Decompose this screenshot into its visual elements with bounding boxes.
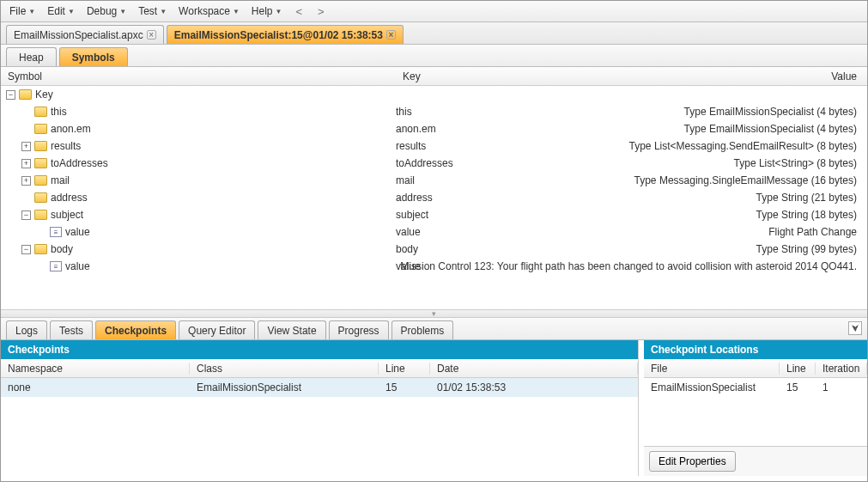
cell-class: EmailMissionSpecialist [190, 381, 379, 394]
folder-icon [34, 192, 47, 203]
menu-debug[interactable]: Debug▼ [82, 5, 131, 17]
symbols-tree[interactable]: −KeythisthisType EmailMissionSpecialist … [1, 86, 867, 309]
edit-button-row: Edit Properties [644, 446, 867, 476]
split-handle[interactable]: ▾ [1, 309, 867, 318]
nav-forward[interactable]: > [311, 5, 331, 18]
subtab-heap[interactable]: Heap [6, 47, 57, 66]
value-cell: Type EmailMissionSpecialist (4 bytes) [396, 106, 867, 118]
tab-query-editor[interactable]: Query Editor [179, 320, 255, 339]
collapse-panel-icon[interactable]: ⮟ [848, 321, 862, 335]
col-date[interactable]: Date [430, 363, 638, 375]
folder-icon [34, 244, 47, 254]
tab-checkpoint[interactable]: EmailMissionSpecialist:15@01/02 15:38:53… [167, 25, 404, 44]
tree-row[interactable]: ≡valuevalueFlight Path Change [1, 223, 867, 241]
col-file[interactable]: File [644, 363, 780, 375]
checkpoints-pane: Checkpoints Namespace Class Line Date no… [1, 340, 639, 476]
tree-row[interactable]: +resultsresultsType List<Messaging.SendE… [1, 137, 867, 155]
tab-label: EmailMissionSpecialist:15@01/02 15:38:53 [174, 29, 383, 41]
col-class[interactable]: Class [190, 363, 379, 375]
location-row[interactable]: EmailMissionSpecialist 15 1 [644, 378, 867, 397]
collapse-icon[interactable]: − [21, 210, 31, 220]
tab-apex-class[interactable]: EmailMissionSpecialist.apxc × [6, 25, 164, 44]
symbol-label: body [51, 243, 73, 255]
edit-properties-button[interactable]: Edit Properties [649, 451, 736, 472]
locations-pane: Checkpoint Locations File Line Iteration… [644, 340, 867, 476]
bottom-panes: Checkpoints Namespace Class Line Date no… [1, 340, 867, 476]
spacer [21, 193, 31, 203]
symbol-label: mail [51, 174, 70, 186]
symbol-label: this [51, 106, 67, 118]
close-icon[interactable]: × [147, 30, 156, 40]
tab-label: EmailMissionSpecialist.apxc [14, 29, 143, 41]
symbol-label: address [51, 192, 88, 204]
chevron-down-icon: ▼ [68, 8, 75, 15]
folder-icon [34, 107, 47, 117]
col-line[interactable]: Line [780, 363, 816, 375]
tree-row[interactable]: anon.emanon.emType EmailMissionSpecialis… [1, 120, 867, 137]
collapse-icon[interactable]: − [6, 90, 15, 100]
editor-tabbar: EmailMissionSpecialist.apxc × EmailMissi… [1, 22, 867, 45]
expand-icon[interactable]: + [21, 176, 31, 186]
symbol-label: subject [51, 209, 83, 221]
tree-row[interactable]: −bodybodyType String (99 bytes) [1, 241, 867, 258]
col-symbol[interactable]: Symbol [1, 70, 396, 82]
folder-icon [34, 141, 47, 151]
tab-tests[interactable]: Tests [50, 320, 93, 339]
tree-row[interactable]: addressaddressType String (21 bytes) [1, 189, 867, 206]
checkpoints-header: Namespace Class Line Date [1, 359, 638, 378]
menu-edit[interactable]: Edit▼ [42, 5, 80, 17]
symbol-label: Key [35, 88, 53, 101]
col-value[interactable]: Value [410, 70, 867, 82]
chevron-down-icon: ▼ [233, 8, 240, 15]
expand-icon[interactable]: + [21, 142, 31, 151]
symbols-header: Symbol Key Value [1, 67, 867, 86]
cell-namespace: none [1, 381, 190, 394]
tab-view-state[interactable]: View State [258, 320, 325, 339]
value-cell: Type Messaging.SingleEmailMessage (16 by… [396, 174, 867, 186]
cell-date: 01/02 15:38:53 [430, 381, 638, 394]
checkpoint-row[interactable]: none EmailMissionSpecialist 15 01/02 15:… [1, 378, 638, 397]
chevron-down-icon: ▼ [119, 8, 126, 15]
spacer [21, 125, 31, 134]
close-icon[interactable]: × [386, 30, 396, 40]
col-key[interactable]: Key [396, 70, 410, 82]
tree-row[interactable]: +mailmailType Messaging.SingleEmailMessa… [1, 172, 867, 189]
value-cell: Flight Path Change [396, 226, 867, 238]
folder-icon [34, 210, 47, 220]
spacer [37, 262, 46, 272]
chevron-down-icon: ▼ [160, 8, 167, 15]
checkpoints-title: Checkpoints [1, 340, 638, 359]
checkpoint-subtabs: Heap Symbols [1, 45, 867, 67]
cell-file: EmailMissionSpecialist [644, 381, 780, 394]
menubar: File▼ Edit▼ Debug▼ Test▼ Workspace▼ Help… [1, 1, 867, 22]
col-line[interactable]: Line [379, 363, 430, 375]
subtab-symbols[interactable]: Symbols [59, 47, 128, 66]
tree-row[interactable]: −subjectsubjectType String (18 bytes) [1, 206, 867, 223]
value-cell: Type List<Messaging.SendEmailResult> (8 … [396, 140, 867, 152]
tab-logs[interactable]: Logs [6, 320, 47, 339]
tree-row[interactable]: thisthisType EmailMissionSpecialist (4 b… [1, 103, 867, 120]
menu-workspace[interactable]: Workspace▼ [173, 5, 245, 17]
menu-test[interactable]: Test▼ [133, 5, 172, 17]
nav-back[interactable]: < [288, 5, 309, 18]
folder-icon [19, 89, 32, 100]
col-namespace[interactable]: Namespace [1, 363, 190, 375]
expand-icon[interactable]: + [21, 159, 31, 168]
tree-row[interactable]: +toAddressestoAddressesType List<String>… [1, 155, 867, 172]
tab-checkpoints[interactable]: Checkpoints [95, 320, 176, 339]
menu-file[interactable]: File▼ [4, 5, 40, 17]
tree-row[interactable]: −Key [1, 86, 867, 103]
folder-icon [34, 124, 47, 134]
symbol-label: value [65, 260, 90, 272]
locations-header: File Line Iteration [644, 359, 867, 378]
tab-problems[interactable]: Problems [392, 320, 454, 339]
collapse-icon[interactable]: − [21, 245, 31, 254]
tree-row[interactable]: ≡valuevalueMission Control 123: Your fli… [1, 258, 867, 275]
value-cell: Type String (18 bytes) [396, 209, 867, 221]
col-iteration[interactable]: Iteration [816, 363, 867, 375]
chevron-down-icon: ▼ [28, 8, 35, 15]
tab-progress[interactable]: Progress [329, 320, 389, 339]
folder-icon [34, 175, 47, 186]
menu-help[interactable]: Help▼ [246, 5, 288, 17]
spacer [37, 228, 46, 237]
